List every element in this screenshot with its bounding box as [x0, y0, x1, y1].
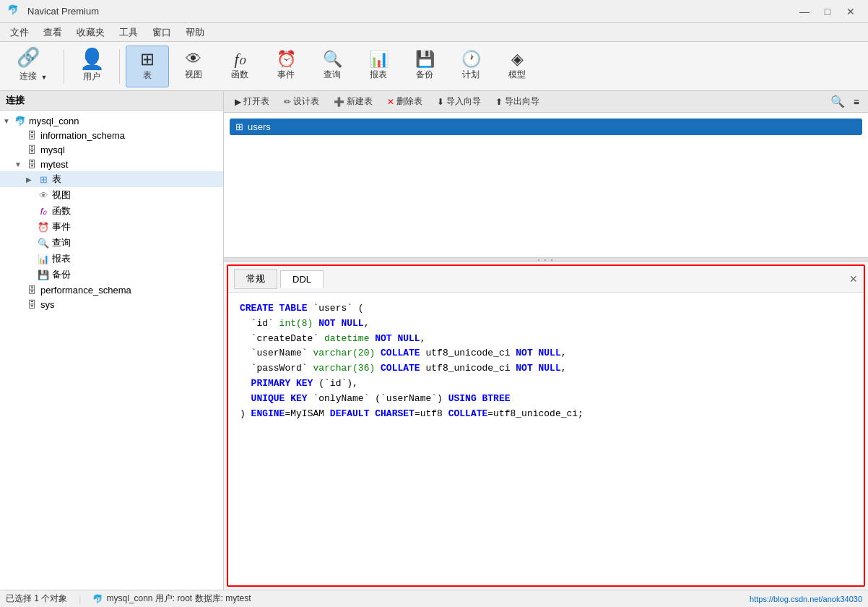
toolbar-report[interactable]: 📊 报表	[357, 46, 400, 87]
new-table-icon: ➕	[334, 97, 344, 107]
toolbar-query[interactable]: 🔍 查询	[311, 46, 354, 87]
toolbar-view[interactable]: 👁 视图	[172, 46, 215, 87]
app-icon: 🐬	[7, 4, 22, 19]
window-controls: — □ ✕	[794, 4, 861, 19]
export-wizard-button[interactable]: ⬆ 导出向导	[489, 93, 546, 110]
open-table-button[interactable]: ▶ 打开表	[228, 93, 276, 110]
toolbar-divider-1	[64, 49, 64, 84]
table-group-icon: ⊞	[38, 173, 49, 185]
toolbar-function[interactable]: f₀ 函数	[218, 46, 261, 87]
menu-file[interactable]: 文件	[3, 25, 36, 40]
expand-arrow: ▼	[3, 117, 12, 125]
sidebar-item-chaxun[interactable]: 🔍 查询	[0, 235, 223, 251]
table-item-icon: ⊞	[235, 121, 243, 132]
toolbar-user-label: 用户	[83, 71, 100, 83]
connection-icon: 🐬	[14, 115, 26, 126]
sql-line-7: UNIQUE KEY `onlyName` (`userName`) USING…	[240, 392, 852, 407]
horizontal-splitter[interactable]: • • •	[224, 257, 868, 262]
open-table-icon: ▶	[235, 97, 241, 107]
delete-table-label: 删除表	[396, 95, 422, 108]
db-icon: 🗄	[26, 284, 38, 296]
db-icon: 🗄	[26, 158, 38, 170]
toolbar-schedule[interactable]: 🕐 计划	[449, 46, 492, 87]
table-item-users[interactable]: ⊞ users	[230, 119, 862, 135]
sidebar-tree: ▼ 🐬 mysql_conn 🗄 information_schema 🗄 my…	[0, 111, 223, 590]
delete-table-button[interactable]: ✕ 删除表	[381, 93, 429, 110]
user-icon: 👤	[79, 49, 105, 69]
schedule-icon: 🕐	[461, 51, 481, 67]
baobiao-label: 报表	[52, 252, 71, 265]
sidebar-item-baobiao[interactable]: 📊 报表	[0, 251, 223, 267]
tab-ddl[interactable]: DDL	[280, 270, 324, 288]
menu-tools[interactable]: 工具	[112, 25, 145, 40]
filter-button[interactable]: ≡	[849, 95, 864, 109]
sidebar-item-hanshu[interactable]: f₀ 函数	[0, 203, 223, 219]
chaxun-label: 查询	[52, 236, 71, 249]
sidebar-item-biao[interactable]: ▶ ⊞ 表	[0, 171, 223, 187]
maximize-button[interactable]: □	[817, 4, 838, 19]
sidebar-item-performance-schema[interactable]: 🗄 performance_schema	[0, 283, 223, 297]
menu-bar: 文件 查看 收藏夹 工具 窗口 帮助	[0, 23, 868, 42]
toolbar-query-label: 查询	[324, 69, 341, 81]
toolbar-function-label: 函数	[231, 69, 248, 81]
search-button[interactable]: 🔍	[826, 93, 849, 110]
close-button[interactable]: ✕	[841, 4, 861, 19]
sql-line-8: ) ENGINE=MyISAM DEFAULT CHARSET=utf8 COL…	[240, 407, 852, 422]
sidebar-item-shitu[interactable]: 👁 视图	[0, 187, 223, 203]
panel-close-button[interactable]: ✕	[849, 273, 858, 285]
sidebar-item-mysql[interactable]: 🗄 mysql	[0, 142, 223, 157]
menu-window[interactable]: 窗口	[145, 25, 178, 40]
sidebar-item-beifen[interactable]: 💾 备份	[0, 267, 223, 283]
toolbar-table[interactable]: ⊞ 表	[126, 46, 169, 87]
toolbar-divider-2	[119, 49, 120, 84]
shijian-label: 事件	[52, 220, 71, 233]
tab-normal[interactable]: 常规	[234, 269, 277, 289]
toolbar-user[interactable]: 👤 用户	[70, 46, 113, 87]
minimize-button[interactable]: —	[794, 4, 815, 19]
new-table-button[interactable]: ➕ 新建表	[327, 93, 379, 110]
title-bar: 🐬 Navicat Premium — □ ✕	[0, 0, 868, 23]
toolbar-model[interactable]: ◈ 模型	[495, 46, 539, 87]
app-title: Navicat Premium	[27, 6, 794, 17]
db-icon: 🗄	[26, 144, 38, 155]
backup-group-icon: 💾	[38, 269, 49, 280]
sidebar-item-shijian[interactable]: ⏰ 事件	[0, 219, 223, 235]
sidebar-item-mysql-conn[interactable]: ▼ 🐬 mysql_conn	[0, 113, 223, 128]
new-table-label: 新建表	[347, 95, 373, 108]
sql-line-6: PRIMARY KEY (`id`),	[240, 376, 852, 392]
sidebar-item-mytest[interactable]: ▼ 🗄 mytest	[0, 157, 223, 171]
beifen-label: 备份	[52, 268, 71, 281]
db-label: sys	[40, 299, 55, 310]
db-label: mytest	[40, 159, 68, 170]
toolbar-event[interactable]: ⏰ 事件	[264, 46, 308, 87]
status-left: 已选择 1 个对象	[6, 593, 67, 605]
table-icon: ⊞	[140, 51, 155, 68]
status-bar: 已选择 1 个对象 | 🐬 mysql_conn 用户: root 数据库: m…	[0, 590, 868, 607]
expand-arrow: ▶	[26, 176, 35, 184]
sql-line-5: `passWord` varchar(36) COLLATE utf8_unic…	[240, 361, 852, 376]
design-table-button[interactable]: ✏ 设计表	[277, 93, 326, 110]
db-icon: 🗄	[26, 298, 38, 310]
toolbar-connect[interactable]: 🔗 连接 ▼	[6, 46, 58, 87]
status-conn-icon: 🐬	[92, 594, 103, 604]
toolbar-backup-label: 备份	[416, 69, 433, 81]
status-right: https://blog.csdn.net/anok34030	[750, 595, 862, 603]
function-icon: f₀	[235, 51, 246, 67]
toolbar-backup[interactable]: 💾 备份	[403, 46, 446, 87]
sidebar-item-sys[interactable]: 🗄 sys	[0, 297, 223, 311]
menu-view[interactable]: 查看	[36, 25, 69, 40]
toolbar-event-label: 事件	[277, 69, 295, 81]
table-list: ⊞ users	[224, 113, 868, 257]
menu-favorites[interactable]: 收藏夹	[69, 25, 112, 40]
ddl-content: CREATE TABLE `users` ( `id` int(8) NOT N…	[228, 293, 864, 585]
view-group-icon: 👁	[38, 189, 49, 201]
report-group-icon: 📊	[38, 253, 49, 264]
backup-icon: 💾	[415, 51, 435, 67]
status-conn-info: mysql_conn 用户: root 数据库: mytest	[106, 593, 251, 605]
expand-arrow: ▼	[14, 160, 23, 168]
sidebar-item-information-schema[interactable]: 🗄 information_schema	[0, 128, 223, 142]
search-area: 🔍 ≡	[826, 93, 864, 110]
shitu-label: 视图	[52, 189, 71, 202]
import-wizard-button[interactable]: ⬇ 导入向导	[430, 93, 487, 110]
menu-help[interactable]: 帮助	[178, 25, 212, 40]
